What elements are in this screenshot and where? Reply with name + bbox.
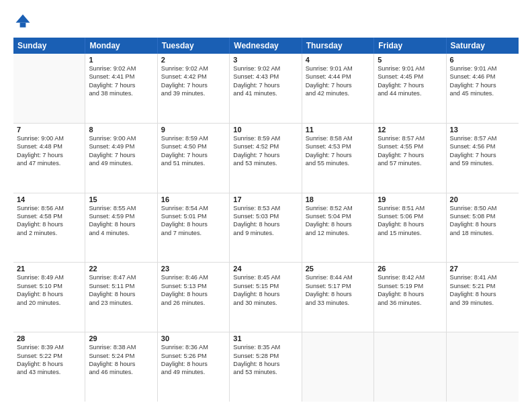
calendar-week-2: 7Sunrise: 9:00 AMSunset: 4:48 PMDaylight… (13, 124, 519, 193)
calendar-cell-w1d4: 3Sunrise: 9:02 AMSunset: 4:43 PMDaylight… (230, 54, 302, 123)
cell-line: Daylight: 8 hours (306, 290, 370, 298)
cell-line: and 20 minutes. (17, 299, 81, 307)
cell-line: Sunset: 4:42 PM (161, 73, 226, 81)
day-number: 1 (89, 56, 153, 64)
cell-line: and 4 minutes. (89, 229, 153, 237)
cell-line: and 7 minutes. (161, 229, 226, 237)
cell-line: Sunset: 4:49 PM (89, 142, 153, 150)
cell-line: Sunset: 5:08 PM (450, 212, 515, 220)
day-number: 15 (89, 195, 153, 203)
calendar-cell-w1d2: 1Sunrise: 9:02 AMSunset: 4:41 PMDaylight… (85, 54, 157, 123)
cell-line: Sunset: 5:06 PM (378, 212, 442, 220)
day-number: 2 (161, 56, 226, 64)
calendar-week-4: 21Sunrise: 8:49 AMSunset: 5:10 PMDayligh… (13, 263, 519, 332)
day-number: 9 (161, 126, 226, 134)
day-number: 8 (89, 126, 153, 134)
cell-line: Daylight: 8 hours (450, 220, 515, 228)
cell-line: Daylight: 8 hours (378, 220, 442, 228)
calendar-week-1: 1Sunrise: 9:02 AMSunset: 4:41 PMDaylight… (13, 54, 519, 124)
calendar-cell-w1d5: 4Sunrise: 9:01 AMSunset: 4:44 PMDaylight… (302, 54, 374, 123)
day-number: 29 (89, 334, 153, 342)
cell-line: and 49 minutes. (89, 159, 153, 167)
cell-line: Sunrise: 8:42 AM (378, 273, 442, 281)
day-number: 31 (233, 334, 298, 342)
cell-line: and 36 minutes. (378, 299, 442, 307)
cell-line: Sunset: 4:52 PM (233, 142, 298, 150)
calendar-cell-w1d6: 5Sunrise: 9:01 AMSunset: 4:45 PMDaylight… (374, 54, 446, 123)
calendar-cell-w3d1: 14Sunrise: 8:56 AMSunset: 4:58 PMDayligh… (13, 193, 85, 263)
cell-line: Daylight: 8 hours (306, 220, 370, 228)
cell-line: Sunset: 5:03 PM (233, 212, 298, 220)
day-header-tuesday: Tuesday (158, 38, 230, 54)
cell-line: and 47 minutes. (17, 159, 81, 167)
cell-line: Sunset: 4:59 PM (89, 212, 153, 220)
calendar-cell-w2d5: 11Sunrise: 8:58 AMSunset: 4:53 PMDayligh… (302, 124, 374, 193)
day-number: 11 (306, 126, 370, 134)
cell-line: Sunset: 4:55 PM (378, 142, 442, 150)
cell-line: Daylight: 7 hours (89, 151, 153, 159)
cell-line: Sunset: 4:45 PM (378, 73, 442, 81)
day-number: 3 (233, 56, 298, 64)
cell-line: and 53 minutes. (233, 368, 298, 376)
cell-line: Sunrise: 8:47 AM (89, 273, 153, 281)
cell-line: Sunset: 5:19 PM (378, 282, 442, 290)
calendar-cell-w2d3: 9Sunrise: 8:59 AMSunset: 4:50 PMDaylight… (158, 124, 230, 193)
cell-line: Sunset: 5:13 PM (161, 282, 226, 290)
cell-line: Daylight: 8 hours (17, 360, 81, 368)
calendar-cell-w1d7: 6Sunrise: 9:01 AMSunset: 4:46 PMDaylight… (447, 54, 519, 123)
cell-line: and 9 minutes. (233, 229, 298, 237)
cell-line: Daylight: 8 hours (161, 360, 226, 368)
cell-line: Sunset: 5:10 PM (17, 282, 81, 290)
calendar-cell-w3d6: 19Sunrise: 8:51 AMSunset: 5:06 PMDayligh… (374, 193, 446, 263)
cell-line: Sunrise: 8:59 AM (233, 134, 298, 142)
day-number: 30 (161, 334, 226, 342)
calendar-cell-w5d2: 29Sunrise: 8:38 AMSunset: 5:24 PMDayligh… (85, 332, 157, 402)
cell-line: Sunrise: 8:45 AM (233, 273, 298, 281)
calendar-cell-w2d2: 8Sunrise: 9:00 AMSunset: 4:49 PMDaylight… (85, 124, 157, 193)
cell-line: Sunset: 5:21 PM (450, 282, 515, 290)
day-number: 25 (306, 265, 370, 273)
cell-line: Sunrise: 8:59 AM (161, 134, 226, 142)
cell-line: and 55 minutes. (306, 159, 370, 167)
header (13, 12, 519, 31)
cell-line: Sunset: 4:53 PM (306, 142, 370, 150)
calendar-body: 1Sunrise: 9:02 AMSunset: 4:41 PMDaylight… (13, 54, 519, 402)
cell-line: Sunrise: 8:54 AM (161, 204, 226, 212)
cell-line: Daylight: 7 hours (306, 151, 370, 159)
cell-line: Sunrise: 8:50 AM (450, 204, 515, 212)
day-number: 7 (17, 126, 81, 134)
day-header-saturday: Saturday (447, 38, 519, 54)
calendar-cell-w5d5 (302, 332, 374, 402)
cell-line: Daylight: 8 hours (378, 290, 442, 298)
cell-line: and 38 minutes. (89, 89, 153, 97)
cell-line: Daylight: 7 hours (161, 151, 226, 159)
day-number: 19 (378, 195, 442, 203)
calendar-cell-w3d2: 15Sunrise: 8:55 AMSunset: 4:59 PMDayligh… (85, 193, 157, 263)
cell-line: and 2 minutes. (17, 229, 81, 237)
day-number: 23 (161, 265, 226, 273)
cell-line: Daylight: 8 hours (161, 290, 226, 298)
day-number: 14 (17, 195, 81, 203)
cell-line: Daylight: 8 hours (17, 220, 81, 228)
cell-line: Sunset: 5:22 PM (17, 352, 81, 360)
cell-line: Daylight: 8 hours (233, 360, 298, 368)
cell-line: and 30 minutes. (233, 299, 298, 307)
cell-line: and 46 minutes. (89, 368, 153, 376)
day-header-sunday: Sunday (13, 38, 85, 54)
svg-marker-0 (16, 15, 30, 23)
day-number: 22 (89, 265, 153, 273)
cell-line: and 42 minutes. (306, 89, 370, 97)
calendar-cell-w4d2: 22Sunrise: 8:47 AMSunset: 5:11 PMDayligh… (85, 263, 157, 332)
cell-line: and 26 minutes. (161, 299, 226, 307)
cell-line: Daylight: 7 hours (306, 81, 370, 89)
day-number: 12 (378, 126, 442, 134)
calendar-cell-w4d5: 25Sunrise: 8:44 AMSunset: 5:17 PMDayligh… (302, 263, 374, 332)
calendar-cell-w5d6 (374, 332, 446, 402)
cell-line: and 33 minutes. (306, 299, 370, 307)
cell-line: and 41 minutes. (233, 89, 298, 97)
calendar-cell-w2d6: 12Sunrise: 8:57 AMSunset: 4:55 PMDayligh… (374, 124, 446, 193)
cell-line: Sunrise: 9:02 AM (89, 64, 153, 73)
day-number: 20 (450, 195, 515, 203)
cell-line: Sunrise: 9:01 AM (306, 64, 370, 73)
cell-line: Daylight: 7 hours (233, 81, 298, 89)
